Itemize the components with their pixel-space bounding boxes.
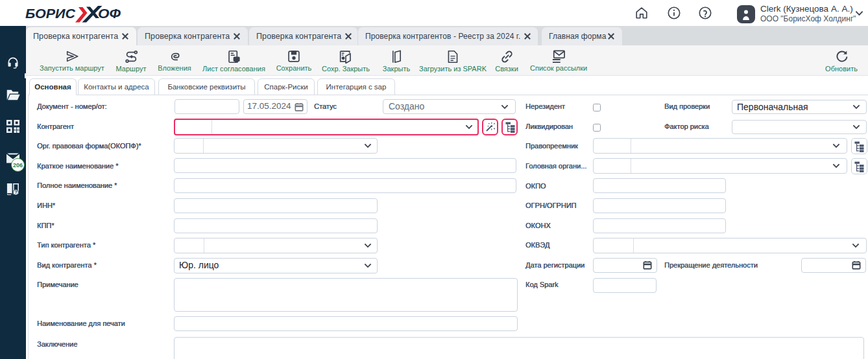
- svg-text:БОРИС: БОРИС: [25, 6, 76, 21]
- svg-text:ОФ: ОФ: [98, 6, 121, 21]
- svg-text:?: ?: [14, 189, 18, 195]
